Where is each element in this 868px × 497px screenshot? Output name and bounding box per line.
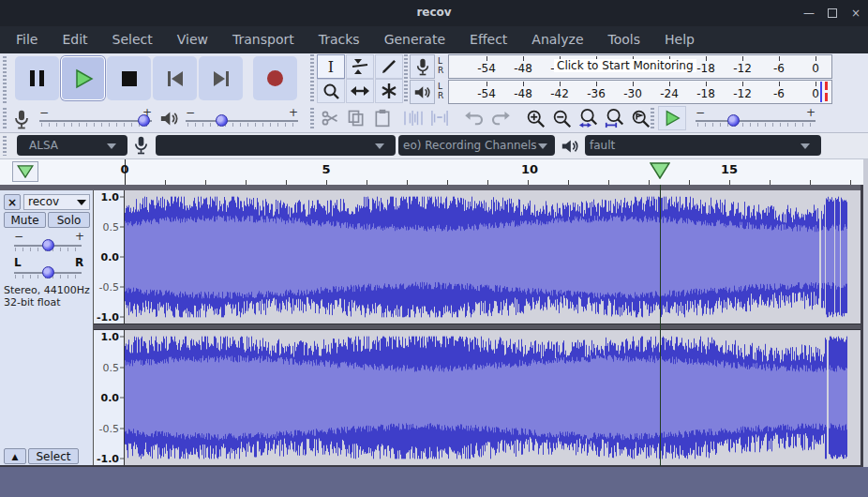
pause-button[interactable] [15, 56, 59, 100]
play-volume-slider[interactable] [186, 120, 298, 122]
menu-help[interactable]: Help [652, 26, 707, 53]
copy-button[interactable] [343, 106, 368, 130]
redo-button[interactable] [487, 106, 513, 130]
skip-to-start-button[interactable] [153, 56, 197, 100]
playback-cursor-line [660, 185, 661, 466]
play-button[interactable] [61, 56, 105, 100]
envelope-tool-button[interactable] [346, 54, 374, 79]
menu-effect[interactable]: Effect [457, 26, 519, 53]
silence-icon [429, 110, 450, 127]
menu-analyze[interactable]: Analyze [519, 26, 595, 53]
recording-channels-value: eo) Recording Channels [403, 139, 537, 152]
redo-icon [490, 111, 511, 126]
track-title-menu[interactable]: recov [23, 194, 90, 210]
meter-tick [779, 82, 780, 86]
solo-button[interactable]: Solo [48, 212, 90, 228]
zoom-selection-button[interactable] [576, 106, 601, 130]
meter-tick [742, 82, 743, 86]
tools-grip[interactable] [310, 54, 314, 103]
stop-button[interactable] [107, 56, 151, 100]
vertical-scrollbar[interactable] [863, 159, 868, 467]
zoom-tool-button[interactable] [317, 79, 345, 103]
undo-icon [464, 111, 485, 126]
monitor-prompt[interactable]: Click to Start Monitoring [554, 59, 696, 72]
chevron-down-icon [538, 143, 547, 149]
scale-tick [120, 428, 124, 429]
maximize-icon[interactable] [825, 7, 840, 20]
meter-tick [633, 82, 634, 86]
play-volume-icon [159, 110, 179, 128]
close-icon[interactable]: × [848, 7, 863, 20]
timeline-label: 5 [322, 162, 330, 176]
play-volume-thumb[interactable] [216, 114, 228, 127]
zoom-in-button[interactable] [523, 106, 548, 130]
edit-grip[interactable] [310, 108, 314, 130]
meter-grip[interactable] [404, 54, 408, 103]
timeline-ruler[interactable]: 051015 [0, 159, 868, 185]
timeline-label: 15 [721, 162, 738, 176]
silence-button[interactable] [427, 106, 452, 130]
chevron-down-icon [801, 143, 810, 149]
waveform-channel-1[interactable] [125, 190, 861, 324]
vertical-ruler-ch2[interactable]: 1.00.50.0-0.5-1.0 [94, 330, 125, 465]
track-name: recov [28, 195, 59, 208]
play-slider-max: + [289, 106, 298, 119]
play-at-speed-button[interactable] [658, 106, 686, 130]
multi-tool-button[interactable] [375, 79, 403, 103]
zoom-toggle-button[interactable] [628, 106, 653, 130]
menu-generate[interactable]: Generate [372, 26, 457, 53]
pan-slider-thumb[interactable] [42, 266, 54, 279]
zoom-fit-button[interactable] [602, 106, 627, 130]
speed-slider[interactable] [696, 120, 816, 122]
meter-tick-label: -6 [773, 87, 785, 100]
toolbar-dock: I LR Click to Start Monitoring -54-48-42… [0, 53, 868, 133]
record-volume-thumb[interactable] [138, 114, 150, 127]
speed-slider-thumb[interactable] [727, 114, 740, 127]
undo-button[interactable] [461, 106, 486, 130]
device-grip[interactable] [3, 136, 7, 156]
gain-slider-thumb[interactable] [42, 239, 54, 251]
recording-channels-select[interactable]: eo) Recording Channels [398, 135, 555, 156]
draw-tool-button[interactable] [375, 54, 403, 79]
play-meter-channel-labels: LR [438, 82, 443, 100]
record-meter[interactable]: Click to Start Monitoring -54-48-42-36-3… [448, 54, 832, 79]
time-shift-tool-button[interactable] [346, 79, 374, 103]
menu-tracks[interactable]: Tracks [307, 26, 372, 53]
transport-grip[interactable] [3, 56, 7, 103]
play-head-marker-icon[interactable] [650, 162, 670, 179]
channel-separator[interactable] [94, 324, 863, 330]
menu-select[interactable]: Select [100, 26, 165, 53]
record-meter-channel-labels: LR [438, 56, 443, 75]
menu-file[interactable]: File [4, 26, 50, 53]
selection-tool-button[interactable]: I [317, 54, 345, 79]
skip-to-end-button[interactable] [199, 56, 243, 100]
waveform-channel-2[interactable] [125, 330, 861, 465]
meter-tick [523, 56, 524, 61]
pinned-play-head-button[interactable] [12, 161, 38, 182]
play-meter-button[interactable] [410, 80, 435, 104]
menu-view[interactable]: View [165, 26, 220, 53]
track-select-button[interactable]: Select [28, 448, 79, 464]
menu-tools[interactable]: Tools [596, 26, 653, 53]
menu-transport[interactable]: Transport [220, 26, 307, 53]
mixer-grip[interactable] [3, 108, 7, 130]
collapse-track-button[interactable]: ▲ [4, 448, 26, 464]
paste-button[interactable] [369, 106, 395, 130]
record-button[interactable] [253, 56, 297, 100]
minimize-icon[interactable]: — [801, 7, 816, 20]
menu-edit[interactable]: Edit [50, 26, 99, 53]
record-meter-button[interactable] [410, 54, 435, 79]
track-close-button[interactable]: × [4, 194, 21, 210]
zoom-out-button[interactable] [549, 106, 575, 130]
cut-button[interactable] [317, 106, 342, 130]
play-meter[interactable]: -54-48-42-36-30-24-18-12-60 [448, 80, 832, 104]
record-volume-slider[interactable] [39, 120, 152, 122]
zoom-out-icon [552, 109, 572, 128]
recording-device-select[interactable] [156, 135, 396, 156]
audio-host-select[interactable]: ALSA [17, 135, 127, 156]
vertical-ruler-ch1[interactable]: 1.00.50.0-0.5-1.0 [94, 190, 125, 324]
scale-label: 0.5 [103, 221, 120, 233]
trim-outside-button[interactable] [400, 106, 426, 130]
mute-button[interactable]: Mute [4, 212, 46, 228]
playback-device-select[interactable]: fault [585, 135, 821, 156]
